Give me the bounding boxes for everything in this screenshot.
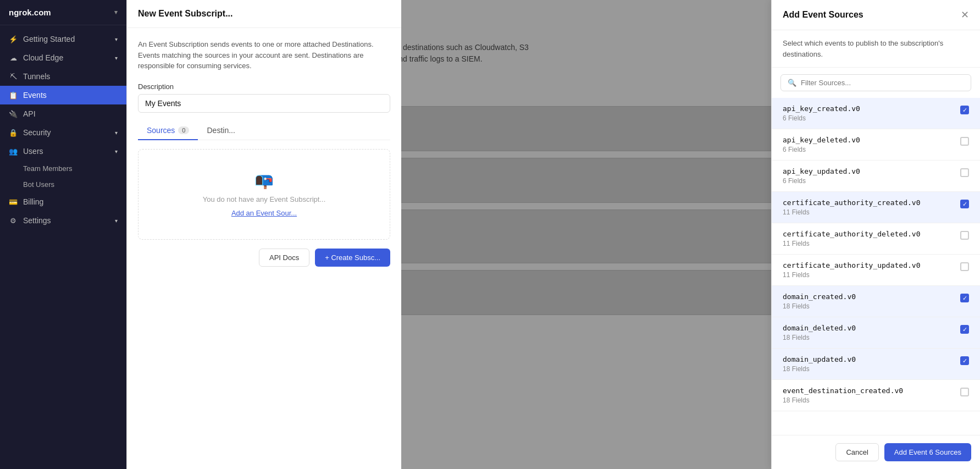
chevron-icon: ▾ [115, 55, 118, 61]
source-item[interactable]: domain_updated.v0 18 Fields ✓ [772, 349, 980, 380]
source-item[interactable]: api_key_deleted.v0 6 Fields [772, 129, 980, 161]
sidebar-item-label: Settings [23, 216, 51, 225]
source-name: certificate_authority_created.v0 [783, 198, 920, 207]
source-item[interactable]: domain_deleted.v0 18 Fields ✓ [772, 317, 980, 349]
sidebar-item-billing[interactable]: 💳 Billing [0, 192, 126, 211]
source-item[interactable]: certificate_authority_deleted.v0 11 Fiel… [772, 223, 980, 255]
sidebar-subitem-team-members[interactable]: Team Members [0, 161, 126, 176]
source-name: certificate_authority_deleted.v0 [783, 230, 920, 238]
source-item[interactable]: certificate_authority_created.v0 11 Fiel… [772, 192, 980, 223]
sidebar-nav: ⚡ Getting Started ▾ ☁ Cloud Edge ▾ ⛏ Tun… [0, 25, 126, 469]
source-item[interactable]: api_key_created.v0 6 Fields ✓ [772, 98, 980, 129]
sidebar-item-events[interactable]: 📋 Events [0, 86, 126, 104]
filter-bar[interactable]: 🔍 [780, 74, 971, 91]
source-name: api_key_updated.v0 [783, 167, 860, 175]
slide-panel-body: An Event Subscription sends events to on… [127, 28, 401, 469]
source-name: api_key_deleted.v0 [783, 136, 860, 144]
sidebar-subitem-bot-users[interactable]: Bot Users [0, 176, 126, 192]
sidebar-item-tunnels[interactable]: ⛏ Tunnels [0, 67, 126, 86]
empty-source-panel: 📭 You do not have any Event Subscript...… [138, 149, 390, 240]
source-checkbox[interactable]: ✓ [960, 325, 969, 334]
sidebar-item-getting-started[interactable]: ⚡ Getting Started ▾ [0, 30, 126, 48]
sidebar-item-security[interactable]: 🔒 Security ▾ [0, 123, 126, 142]
source-name: domain_created.v0 [783, 293, 856, 301]
add-source-link[interactable]: Add an Event Sour... [231, 209, 297, 217]
add-event-sources-button[interactable]: Add Event 6 Sources [884, 443, 971, 461]
billing-icon: 💳 [9, 198, 18, 206]
description-label: Description [138, 82, 390, 91]
add-event-sources-modal: Add Event Sources ✕ Select which events … [771, 0, 980, 469]
modal-header: Add Event Sources ✕ [772, 0, 980, 30]
description-input[interactable] [138, 94, 390, 113]
source-checkbox[interactable] [960, 262, 969, 271]
tabs-row: Sources 0 Destin... [138, 122, 390, 140]
overlay: New Event Subscript... An Event Subscrip… [126, 0, 980, 469]
api-icon: 🔌 [9, 110, 18, 118]
modal-close-button[interactable]: ✕ [961, 9, 969, 21]
sidebar-item-label: Billing [23, 197, 43, 206]
source-checkbox[interactable] [960, 231, 969, 240]
chevron-icon: ▾ [115, 130, 118, 136]
source-checkbox[interactable]: ✓ [960, 106, 969, 114]
events-icon: 📋 [9, 91, 18, 100]
app-domain: ngrok.com [9, 8, 51, 17]
users-icon: 👥 [9, 147, 18, 156]
sidebar-item-label: Users [23, 147, 43, 156]
modal-title: Add Event Sources [783, 10, 863, 20]
source-fields: 18 Fields [783, 334, 856, 341]
source-fields: 18 Fields [783, 396, 903, 404]
modal-footer: Cancel Add Event 6 Sources [772, 435, 980, 469]
source-name: certificate_authority_updated.v0 [783, 261, 920, 269]
cloud-edge-icon: ☁ [9, 54, 18, 62]
tab-badge: 0 [178, 126, 189, 134]
cancel-button[interactable]: Cancel [835, 443, 878, 461]
source-fields: 11 Fields [783, 271, 920, 279]
source-checkbox[interactable]: ✓ [960, 294, 969, 302]
security-icon: 🔒 [9, 129, 18, 137]
source-checkbox[interactable]: ✓ [960, 356, 969, 365]
api-docs-button[interactable]: API Docs [259, 249, 309, 267]
sidebar-item-label: Security [23, 128, 51, 137]
main-area: Event Subscriptions Event Subscriptions … [126, 0, 980, 469]
source-item[interactable]: domain_created.v0 18 Fields ✓ [772, 286, 980, 317]
slide-panel-title: New Event Subscript... [138, 9, 232, 18]
sidebar-item-settings[interactable]: ⚙ Settings ▾ [0, 211, 126, 230]
source-fields: 18 Fields [783, 365, 856, 373]
source-name: api_key_created.v0 [783, 104, 860, 113]
source-fields: 6 Fields [783, 114, 860, 122]
sidebar-item-api[interactable]: 🔌 API [0, 104, 126, 123]
sidebar: ngrok.com ▾ ⚡ Getting Started ▾ ☁ Cloud … [0, 0, 126, 469]
sidebar-item-label: Getting Started [23, 35, 75, 43]
modal-description: Select which events to publish to the su… [772, 30, 980, 68]
source-item[interactable]: certificate_authority_updated.v0 11 Fiel… [772, 255, 980, 286]
sidebar-item-label: Events [23, 91, 47, 100]
source-fields: 6 Fields [783, 146, 860, 153]
source-fields: 11 Fields [783, 240, 920, 247]
tab-sources[interactable]: Sources 0 [138, 122, 198, 140]
create-subscription-button[interactable]: + Create Subsc... [315, 249, 390, 267]
filter-sources-input[interactable] [801, 79, 964, 87]
sidebar-header[interactable]: ngrok.com ▾ [0, 0, 126, 25]
slide-panel-header: New Event Subscript... [127, 0, 401, 28]
source-fields: 11 Fields [783, 208, 920, 216]
filter-search-icon: 🔍 [788, 79, 796, 87]
source-checkbox[interactable] [960, 137, 969, 146]
sidebar-item-users[interactable]: 👥 Users ▾ [0, 142, 126, 161]
settings-icon: ⚙ [9, 217, 18, 225]
source-item[interactable]: api_key_updated.v0 6 Fields [772, 161, 980, 192]
source-fields: 18 Fields [783, 302, 856, 310]
source-name: domain_deleted.v0 [783, 324, 856, 332]
source-checkbox[interactable] [960, 388, 969, 396]
source-item[interactable]: event_destination_created.v0 18 Fields [772, 380, 980, 411]
sidebar-header-chevron: ▾ [114, 9, 118, 16]
tunnels-icon: ⛏ [9, 73, 18, 81]
sidebar-item-label: Cloud Edge [23, 53, 63, 62]
source-list: api_key_created.v0 6 Fields ✓ api_key_de… [772, 98, 980, 435]
tab-destinations[interactable]: Destin... [198, 122, 243, 140]
slide-panel-description: An Event Subscription sends events to on… [138, 39, 390, 71]
source-checkbox[interactable] [960, 168, 969, 177]
source-checkbox[interactable]: ✓ [960, 200, 969, 208]
sidebar-item-cloud-edge[interactable]: ☁ Cloud Edge ▾ [0, 48, 126, 67]
chevron-icon: ▾ [115, 218, 118, 224]
chevron-icon: ▾ [115, 36, 118, 42]
